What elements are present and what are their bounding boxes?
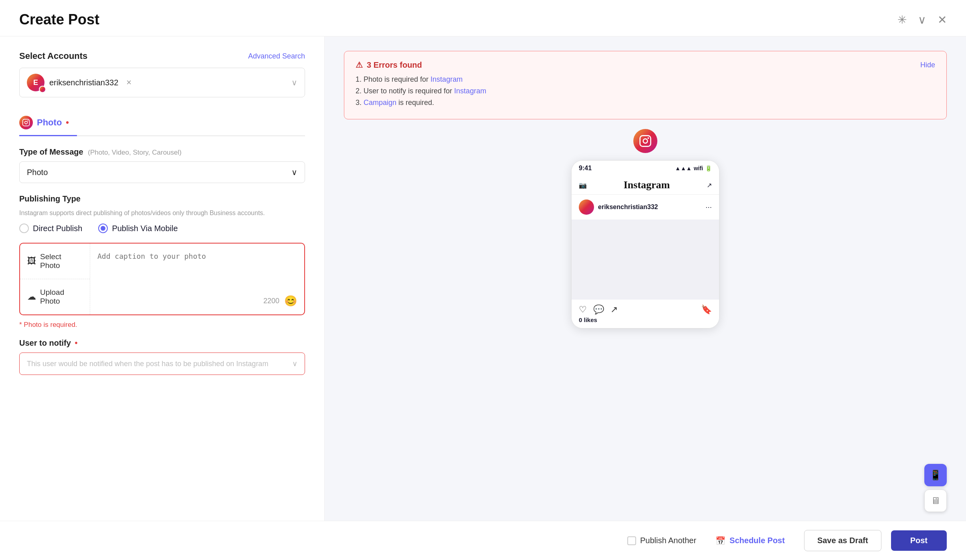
- type-of-message-select[interactable]: Photo ∨: [19, 161, 305, 183]
- user-to-notify-select[interactable]: This user would be notified when the pos…: [19, 353, 305, 375]
- phone-nav-bar: 📷 Instagram ↗: [572, 176, 719, 195]
- more-icon[interactable]: ⋯: [705, 203, 712, 211]
- device-toggle: 📱 🖥: [924, 464, 947, 512]
- svg-point-4: [643, 139, 648, 143]
- publishing-type-section: Publishing Type Instagram supports direc…: [19, 194, 305, 233]
- radio-direct[interactable]: [19, 224, 29, 233]
- page-title: Create Post: [19, 11, 99, 28]
- emoji-button[interactable]: 😊: [284, 295, 297, 307]
- desktop-icon: 🖥: [931, 495, 940, 506]
- type-of-message-value: Photo: [27, 168, 48, 177]
- user-to-notify-label: User to notify •: [19, 338, 305, 348]
- signal-icon: ▲▲▲: [675, 165, 692, 171]
- comment-icon[interactable]: 💬: [593, 304, 604, 315]
- radio-mobile[interactable]: [98, 224, 108, 233]
- direct-publish-option[interactable]: Direct Publish: [19, 224, 82, 233]
- upload-photo-label: Upload Photo: [40, 288, 83, 306]
- publishing-type-radio-group: Direct Publish Publish Via Mobile: [19, 224, 305, 233]
- phone-likes: 0 likes: [572, 316, 719, 328]
- upload-icon: ☁: [27, 292, 36, 302]
- phone-actions: ♡ 💬 ↗ 🔖: [572, 300, 719, 316]
- svg-rect-0: [23, 119, 30, 126]
- phone-user: eriksenchristian332: [579, 199, 658, 215]
- mobile-view-button[interactable]: 📱: [924, 464, 947, 486]
- tab-photo-label: Photo: [37, 117, 62, 128]
- type-of-message-label: Type of Message (Photo, Video, Story, Ca…: [19, 147, 305, 157]
- account-select-box[interactable]: E eriksenchristian332 × ∨: [19, 68, 305, 97]
- mobile-icon: 📱: [930, 469, 942, 481]
- select-photo-button[interactable]: 🖼 Select Photo: [20, 244, 90, 279]
- upload-right-panel: 2200 😊: [90, 244, 304, 314]
- bookmark-icon[interactable]: 🔖: [701, 304, 712, 315]
- caption-input[interactable]: [97, 251, 297, 295]
- wifi-icon: wifi: [694, 165, 703, 171]
- warning-icon: ⚠: [356, 60, 363, 70]
- app-name: Instagram: [624, 179, 670, 191]
- send-icon[interactable]: ↗: [707, 181, 712, 189]
- ig-badge: [39, 86, 46, 93]
- error-banner: ⚠ 3 Errors found Hide 1. Photo is requir…: [344, 51, 947, 119]
- page-header: Create Post ✳ ∨ ✕: [0, 0, 966, 36]
- type-sublabel: (Photo, Video, Story, Carousel): [88, 149, 182, 156]
- required-indicator: •: [66, 117, 69, 128]
- photo-error-text: * Photo is required.: [19, 321, 305, 329]
- error-instagram-link-1[interactable]: Instagram: [430, 75, 463, 83]
- char-count: 2200: [263, 297, 279, 305]
- remove-account-button[interactable]: ×: [126, 77, 131, 88]
- publishing-type-description: Instagram supports direct publishing of …: [19, 208, 305, 218]
- chevron-down-icon: ∨: [292, 359, 297, 368]
- heart-icon[interactable]: ♡: [579, 304, 587, 315]
- select-accounts-label: Select Accounts: [19, 51, 87, 61]
- post-button[interactable]: Post: [891, 530, 947, 551]
- caption-footer: 2200 😊: [97, 295, 297, 307]
- error-instagram-link-2[interactable]: Instagram: [454, 87, 486, 95]
- publish-via-mobile-label: Publish Via Mobile: [112, 224, 178, 233]
- main-content: Select Accounts Advanced Search E erikse…: [0, 36, 966, 521]
- left-panel: Select Accounts Advanced Search E erikse…: [0, 36, 325, 521]
- phone-action-left: ♡ 💬 ↗: [579, 304, 618, 315]
- publishing-type-label: Publishing Type: [19, 194, 305, 203]
- select-accounts-section: Select Accounts Advanced Search: [19, 51, 305, 61]
- error-banner-header: ⚠ 3 Errors found Hide: [356, 60, 935, 70]
- right-panel: ⚠ 3 Errors found Hide 1. Photo is requir…: [325, 36, 966, 521]
- phone-username: eriksenchristian332: [598, 203, 658, 211]
- avatar: E: [27, 74, 44, 91]
- error-list: 1. Photo is required for Instagram 2. Us…: [356, 75, 935, 107]
- phone-time: 9:41: [579, 165, 592, 172]
- publish-another-option[interactable]: Publish Another: [627, 536, 696, 545]
- publish-via-mobile-option[interactable]: Publish Via Mobile: [98, 224, 178, 233]
- desktop-view-button[interactable]: 🖥: [924, 489, 947, 512]
- pin-icon[interactable]: ✳: [897, 13, 907, 26]
- publish-another-label: Publish Another: [640, 536, 696, 545]
- chevron-down-icon: ∨: [291, 78, 297, 87]
- account-name: eriksenchristian332: [49, 78, 118, 87]
- save-as-draft-button[interactable]: Save as Draft: [804, 530, 881, 551]
- hide-errors-button[interactable]: Hide: [920, 61, 935, 69]
- share-icon[interactable]: ↗: [610, 304, 618, 315]
- calendar-icon: 📅: [715, 536, 726, 546]
- tab-photo[interactable]: Photo •: [19, 110, 77, 136]
- phone-preview-container: 9:41 ▲▲▲ wifi 🔋 📷 Instagram ↗: [344, 129, 947, 506]
- error-item-3: 3. Campaign is required.: [356, 99, 935, 107]
- camera-icon[interactable]: 📷: [579, 181, 587, 189]
- error-campaign-link[interactable]: Campaign: [364, 99, 396, 107]
- required-dot: •: [75, 338, 77, 347]
- close-icon[interactable]: ✕: [938, 13, 947, 26]
- ig-preview-icon: [633, 129, 657, 153]
- chevron-down-icon: ∨: [291, 167, 297, 177]
- type-of-message-group: Type of Message (Photo, Video, Story, Ca…: [19, 147, 305, 183]
- phone-content-area: [572, 220, 719, 300]
- svg-point-5: [647, 137, 649, 139]
- error-item-1: 1. Photo is required for Instagram: [356, 75, 935, 84]
- header-actions: ✳ ∨ ✕: [897, 13, 947, 26]
- schedule-post-button[interactable]: 📅 Schedule Post: [706, 530, 794, 551]
- upload-area: 🖼 Select Photo ☁ Upload Photo 2200 😊: [19, 243, 305, 315]
- photo-icon: 🖼: [27, 256, 36, 266]
- svg-point-2: [27, 120, 28, 121]
- upload-photo-button[interactable]: ☁ Upload Photo: [20, 279, 90, 314]
- error-item-2: 2. User to notify is required for Instag…: [356, 87, 935, 95]
- advanced-search-link[interactable]: Advanced Search: [248, 52, 305, 60]
- svg-point-1: [25, 121, 28, 124]
- publish-another-checkbox[interactable]: [627, 536, 636, 545]
- chevron-down-icon[interactable]: ∨: [918, 13, 926, 26]
